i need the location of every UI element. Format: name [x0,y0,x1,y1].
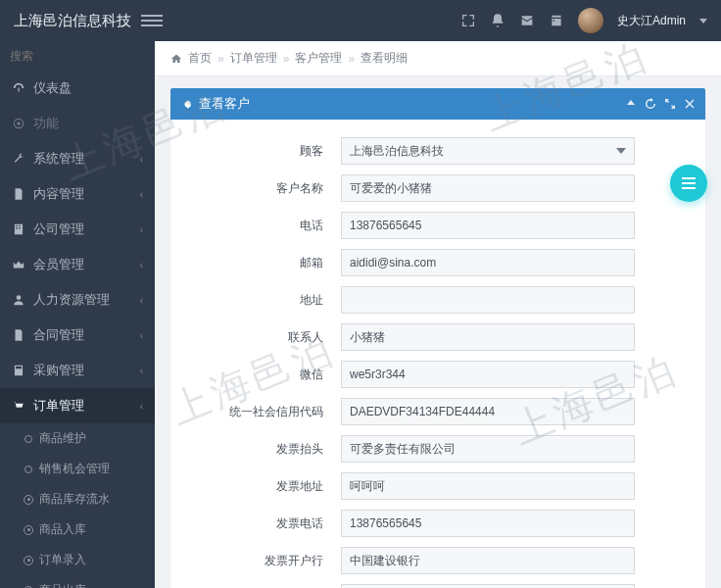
sidebar-label: 系统管理 [33,150,84,168]
topbar-tools: 史大江Admin [460,8,707,33]
label-name: 客户名称 [194,180,341,197]
crumb-order[interactable]: 订单管理 [230,50,277,67]
dot-icon [24,465,33,474]
fullscreen-icon[interactable] [460,13,476,28]
file-icon [12,328,25,342]
sidebar: 仪表盘 功能 系统管理‹ 内容管理‹ 公司管理‹ 会员管理‹ 人力资源管理‹ 合… [0,41,155,588]
crown-icon [12,258,25,271]
sidebar-item-member[interactable]: 会员管理‹ [0,247,155,282]
panel-refresh-icon[interactable] [645,98,656,110]
inv-phone-field[interactable] [341,510,635,537]
sub-item-inbound[interactable]: 商品入库 [0,514,155,545]
inv-bank-field[interactable] [341,547,635,574]
panel-up-icon[interactable] [625,98,637,110]
sub-label: 订单录入 [39,552,86,568]
chevron-left-icon: ‹ [140,224,143,235]
sidebar-search[interactable] [0,41,155,71]
label-inv-bank: 发票开户行 [194,553,341,569]
uscc-field[interactable] [341,398,635,425]
sidebar-label: 内容管理 [33,185,84,203]
separator: » [348,52,355,66]
hamburger-icon[interactable] [141,15,163,26]
label-inv-title: 发票抬头 [194,441,341,458]
svg-point-1 [17,122,21,125]
sub-item-product[interactable]: 商品维护 [0,423,155,454]
label-contact: 联系人 [194,329,341,346]
sidebar-label: 功能 [33,115,59,132]
main: 首页 » 订单管理 » 客户管理 » 查看明细 查看客户 [155,41,721,588]
sub-label: 商品库存流水 [39,491,110,508]
sidebar-item-company[interactable]: 公司管理‹ [0,212,155,247]
building-icon [12,222,25,236]
bell-icon[interactable] [490,13,505,28]
dashboard-icon [12,81,25,95]
phone-field[interactable] [341,212,635,239]
sub-item-outbound[interactable]: 商品出库 [0,575,155,588]
label-inv-addr: 发票地址 [194,478,341,495]
label-uscc: 统一社会信用代码 [194,404,341,420]
search-input[interactable] [10,49,155,63]
panel-title: 查看客户 [199,95,250,113]
crumb-detail: 查看明细 [360,50,408,67]
calendar-icon[interactable] [549,13,564,28]
inv-addr-field[interactable] [341,472,635,500]
sidebar-label: 人力资源管理 [33,291,110,309]
inv-title-field[interactable] [341,435,635,463]
radar-icon [12,117,25,130]
sidebar-item-content[interactable]: 内容管理‹ [0,176,155,212]
panel: 查看客户 顾客上海邑泊信息科技 客户名称 电话 邮箱 地址 联系人 微信 [170,88,705,588]
sidebar-item-contract[interactable]: 合同管理‹ [0,318,155,353]
sub-label: 商品入库 [39,521,86,538]
sub-label: 销售机会管理 [39,461,110,477]
cart-icon [12,399,25,413]
label-wechat: 微信 [194,367,341,383]
name-field[interactable] [341,174,635,202]
username[interactable]: 史大江Admin [617,13,686,29]
dot-icon [24,434,33,444]
person-icon [12,293,25,307]
sub-label: 商品出库 [39,582,86,588]
email-field[interactable] [341,249,635,276]
sub-item-stock[interactable]: 商品库存流水 [0,484,155,514]
panel-head: 查看客户 [170,88,705,120]
label-phone: 电话 [194,218,341,234]
sidebar-item-function[interactable]: 功能 [0,106,155,141]
chevron-left-icon: ‹ [140,295,143,306]
tenant-select[interactable]: 上海邑泊信息科技 [341,137,635,165]
sidebar-item-hr[interactable]: 人力资源管理‹ [0,282,155,318]
wrench-icon [12,152,25,166]
fab-menu-button[interactable] [670,165,707,202]
brand: 上海邑泊信息科技 [14,12,131,30]
chevron-left-icon: ‹ [140,401,143,412]
sidebar-label: 会员管理 [33,256,84,273]
sidebar-item-system[interactable]: 系统管理‹ [0,141,155,176]
mail-icon[interactable] [519,13,535,28]
sidebar-item-dashboard[interactable]: 仪表盘 [0,71,155,106]
ring-icon [24,525,33,535]
wechat-field[interactable] [341,361,635,388]
sidebar-item-order[interactable]: 订单管理‹ [0,388,155,423]
home-icon[interactable] [170,53,182,65]
separator: » [217,52,224,66]
sidebar-label: 订单管理 [33,397,84,415]
contact-field[interactable] [341,323,635,351]
ring-icon [24,495,33,505]
inv-acct-field[interactable] [341,584,635,588]
chevron-left-icon: ‹ [140,189,143,200]
address-field[interactable] [341,286,635,314]
panel-expand-icon[interactable] [664,98,676,110]
svg-rect-4 [16,367,22,368]
sidebar-item-purchase[interactable]: 采购管理‹ [0,353,155,388]
avatar[interactable] [578,8,603,33]
sub-item-orderentry[interactable]: 订单录入 [0,545,155,575]
chevron-left-icon: ‹ [140,366,143,376]
sidebar-label: 公司管理 [33,220,84,238]
separator: » [283,52,290,66]
breadcrumb: 首页 » 订单管理 » 客户管理 » 查看明细 [155,41,721,76]
chevron-down-icon[interactable] [699,19,707,24]
sidebar-label: 合同管理 [33,326,84,344]
crumb-home[interactable]: 首页 [188,50,212,67]
sub-item-sales[interactable]: 销售机会管理 [0,454,155,484]
panel-close-icon[interactable] [684,98,696,110]
crumb-customer[interactable]: 客户管理 [295,50,342,67]
